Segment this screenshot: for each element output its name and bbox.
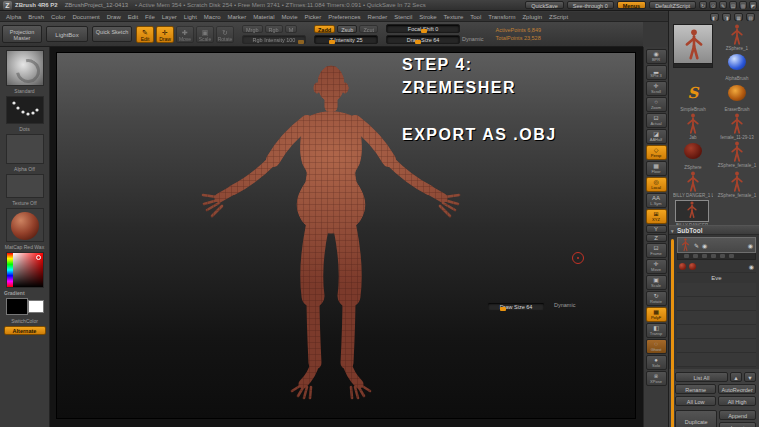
- insert-button[interactable]: Insert: [719, 422, 756, 427]
- right-shelf-button[interactable]: ◇ Persp: [646, 145, 667, 160]
- menu-item[interactable]: Color: [51, 14, 65, 20]
- menu-item[interactable]: Marker: [227, 14, 246, 20]
- titlebar-interface-icon[interactable]: ↻: [699, 1, 707, 9]
- menu-item[interactable]: ZScript: [549, 14, 568, 20]
- tool-item[interactable]: ZSphere_1: [717, 24, 757, 51]
- menus-toggle-button[interactable]: Menus: [617, 1, 646, 9]
- current-tool-thumbnail[interactable]: [673, 24, 713, 64]
- autoreorder-button[interactable]: AutoReorder: [718, 384, 756, 394]
- tool-item[interactable]: Jab: [673, 113, 713, 140]
- current-brush-thumbnail[interactable]: [6, 50, 44, 86]
- menu-item[interactable]: Layer: [162, 14, 177, 20]
- main-color-swatch[interactable]: [6, 298, 28, 315]
- tool-item[interactable]: AlphaBrush: [717, 52, 757, 81]
- floating-draw-size-slider[interactable]: Draw Size 64: [487, 302, 545, 311]
- color-picker[interactable]: [6, 252, 44, 288]
- right-shelf-button[interactable]: ● Solo: [646, 355, 667, 370]
- tray-icon[interactable]: ▨: [746, 13, 755, 21]
- projection-master-button[interactable]: Projection Master: [2, 25, 42, 43]
- subtool-up-button[interactable]: ▲: [730, 372, 742, 382]
- duplicate-button[interactable]: Duplicate: [675, 410, 717, 427]
- subtool-row[interactable]: ◉: [677, 260, 756, 273]
- right-shelf-button[interactable]: ▂ SPix 3: [646, 65, 667, 80]
- z-intensity-slider[interactable]: Z Intensity 25: [314, 35, 378, 44]
- rename-button[interactable]: Rename: [675, 384, 716, 394]
- mode-button[interactable]: ✛ Draw: [156, 26, 174, 43]
- focal-shift-slider[interactable]: Focal Shift 0: [386, 24, 460, 33]
- tool-item[interactable]: S SimpleBrush: [673, 83, 713, 112]
- right-shelf-button[interactable]: ▦ Floor: [646, 161, 667, 176]
- paint-mode-button[interactable]: Rgb: [265, 25, 283, 33]
- subtool-empty-row[interactable]: [677, 353, 756, 367]
- mode-button[interactable]: ↻ Rotate: [216, 26, 234, 43]
- right-shelf-button[interactable]: ◌ Ghost: [646, 339, 667, 354]
- quicksave-button[interactable]: QuickSave: [525, 1, 564, 9]
- lightbox-button[interactable]: LightBox: [46, 26, 88, 42]
- floating-dynamic-toggle[interactable]: Dynamic: [554, 302, 575, 308]
- tool-item[interactable]: ZSphere: [673, 141, 713, 170]
- default-zscript-button[interactable]: DefaultZScript: [649, 1, 696, 9]
- titlebar-interface-icon[interactable]: ◩: [749, 1, 757, 9]
- tool-item[interactable]: ZSphere_female_1: [717, 171, 757, 198]
- mode-button[interactable]: ✎ Edit: [136, 26, 154, 43]
- quick-sketch-button[interactable]: Quick Sketch: [92, 26, 132, 42]
- append-button[interactable]: Append: [719, 410, 756, 420]
- right-shelf-button[interactable]: ※ XPose: [646, 371, 667, 386]
- titlebar-interface-icon[interactable]: ▤: [729, 1, 737, 9]
- right-shelf-button[interactable]: ↻ Rotate: [646, 291, 667, 306]
- right-shelf-button[interactable]: ✛ Move: [646, 259, 667, 274]
- sculpt-mode-button[interactable]: Zadd: [314, 25, 335, 33]
- right-shelf-button[interactable]: ◧ Transp: [646, 323, 667, 338]
- all-low-button[interactable]: All Low: [675, 396, 716, 406]
- paint-mode-button[interactable]: Mrgb: [242, 25, 263, 33]
- document-canvas[interactable]: STEP 4: ZREMESHER EXPORT AS .OBJ Draw Si…: [50, 47, 643, 427]
- menu-item[interactable]: Macro: [204, 14, 221, 20]
- menu-item[interactable]: File: [145, 14, 155, 20]
- tray-icon[interactable]: ▦: [734, 13, 743, 21]
- menu-item[interactable]: Tool: [470, 14, 481, 20]
- tool-item[interactable]: EraserBrush: [717, 83, 757, 112]
- right-shelf-button[interactable]: ▦ PolyF: [646, 307, 667, 322]
- subtool-eye-icon[interactable]: ◉: [702, 242, 707, 249]
- menu-item[interactable]: Brush: [28, 14, 44, 20]
- subtool-header[interactable]: SubTool: [669, 225, 759, 235]
- menu-item[interactable]: Stroke: [419, 14, 436, 20]
- menu-item[interactable]: Edit: [128, 14, 138, 20]
- menu-item[interactable]: Transform: [488, 14, 515, 20]
- tray-icon[interactable]: ◧: [710, 13, 719, 21]
- current-alpha-thumbnail[interactable]: [6, 134, 44, 164]
- right-shelf-button[interactable]: ⊡ Actual: [646, 113, 667, 128]
- tool-item[interactable]: ZSphere_female_1: [717, 141, 757, 170]
- sculpt-mode-button[interactable]: Zsub: [337, 25, 357, 33]
- secondary-color-swatch[interactable]: [28, 300, 44, 313]
- right-shelf-button[interactable]: ◪ AAHalf: [646, 129, 667, 144]
- tool-item[interactable]: BILLY DANGER_1 L: [673, 171, 713, 198]
- right-shelf-button[interactable]: Z Z: [646, 234, 667, 242]
- subtool-empty-row[interactable]: [677, 283, 756, 297]
- menu-item[interactable]: Document: [72, 14, 99, 20]
- mode-button[interactable]: ✚ Move: [176, 26, 194, 43]
- titlebar-interface-icon[interactable]: ✎: [719, 1, 727, 9]
- subtool-row-selected[interactable]: ✎ ◉ ◉: [677, 237, 756, 253]
- mode-button[interactable]: ▣ Scale: [196, 26, 214, 43]
- tray-icon[interactable]: ◨: [722, 13, 731, 21]
- list-all-button[interactable]: List All: [675, 372, 728, 382]
- paint-mode-button[interactable]: M: [285, 25, 298, 33]
- all-high-button[interactable]: All High: [718, 396, 756, 406]
- subtool-empty-row[interactable]: [677, 339, 756, 353]
- subtool-empty-row[interactable]: [677, 325, 756, 339]
- subtool-visibility-icon[interactable]: ◉: [748, 242, 753, 249]
- right-shelf-button[interactable]: ⊞ XYZ: [646, 209, 667, 224]
- right-shelf-button[interactable]: Y Y: [646, 225, 667, 233]
- sculpt-mode-button[interactable]: Zcut: [359, 25, 378, 33]
- menu-item[interactable]: Movie: [282, 14, 298, 20]
- subtool-empty-row[interactable]: [677, 311, 756, 325]
- current-material-thumbnail[interactable]: [6, 208, 44, 242]
- right-shelf-button[interactable]: ✛ Scroll: [646, 81, 667, 96]
- right-shelf-button[interactable]: AA L.Sym: [646, 193, 667, 208]
- saturation-value-square[interactable]: [13, 253, 43, 287]
- menu-item[interactable]: Picker: [305, 14, 322, 20]
- selected-tool-slot[interactable]: BILLY DANGER_1: [675, 200, 709, 222]
- menu-item[interactable]: Light: [184, 14, 197, 20]
- current-stroke-thumbnail[interactable]: [6, 96, 44, 124]
